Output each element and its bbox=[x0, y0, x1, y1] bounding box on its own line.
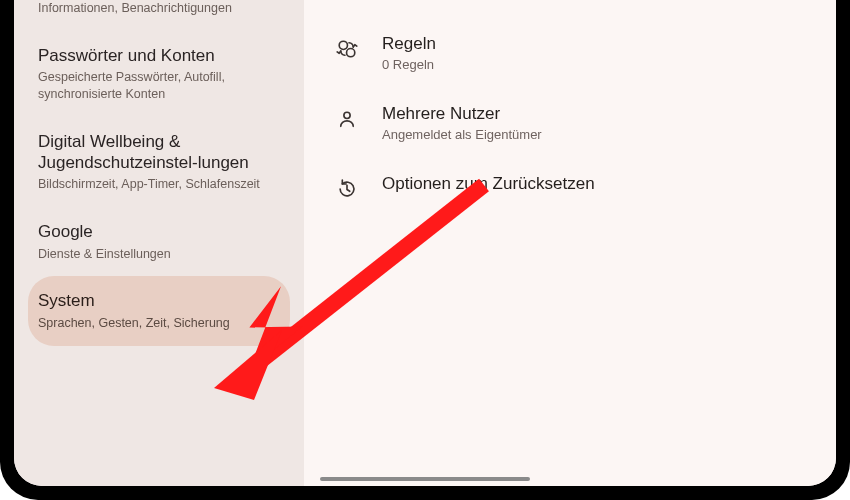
gesture-bar[interactable] bbox=[320, 477, 530, 481]
row-multiple-users[interactable]: Mehrere Nutzer Angemeldet als Eigentümer bbox=[334, 94, 812, 164]
reset-icon bbox=[334, 176, 360, 202]
svg-point-0 bbox=[339, 41, 347, 49]
rules-icon bbox=[334, 36, 360, 62]
sidebar-item-title: Digital Wellbeing & Jugendschutzeinstel-… bbox=[38, 131, 280, 174]
row-sub: Angemeldet als Eigentümer bbox=[382, 127, 542, 142]
settings-detail-panel: Regeln 0 Regeln Mehrere Nutzer Angemelde… bbox=[304, 0, 836, 486]
sidebar-item-sub: Gespeicherte Passwörter, Autofill, synch… bbox=[38, 69, 280, 103]
svg-point-1 bbox=[347, 49, 355, 57]
sidebar-item-apps-partial[interactable]: Informationen, Benachrichtigungen bbox=[28, 0, 290, 31]
row-rules[interactable]: Regeln 0 Regeln bbox=[334, 24, 812, 94]
settings-sidebar: Informationen, Benachrichtigungen Passwö… bbox=[14, 0, 304, 486]
sidebar-item-title: Passwörter und Konten bbox=[38, 45, 280, 66]
sidebar-item-sub: Sprachen, Gesten, Zeit, Sicherung bbox=[38, 315, 280, 332]
row-reset-options[interactable]: Optionen zum Zurücksetzen bbox=[334, 164, 812, 224]
sidebar-item-google[interactable]: Google Dienste & Einstellungen bbox=[28, 207, 290, 276]
svg-point-2 bbox=[344, 112, 350, 118]
screen: Informationen, Benachrichtigungen Passwö… bbox=[14, 0, 836, 486]
sidebar-item-passwords-accounts[interactable]: Passwörter und Konten Gespeicherte Passw… bbox=[28, 31, 290, 117]
row-sub: 0 Regeln bbox=[382, 57, 436, 72]
sidebar-item-title: System bbox=[38, 290, 280, 311]
sidebar-item-sub: Bildschirmzeit, App-Timer, Schlafenszeit bbox=[38, 176, 280, 193]
sidebar-item-system[interactable]: System Sprachen, Gesten, Zeit, Sicherung bbox=[28, 276, 290, 345]
sidebar-item-sub: Dienste & Einstellungen bbox=[38, 246, 280, 263]
tablet-frame: Informationen, Benachrichtigungen Passwö… bbox=[0, 0, 850, 500]
users-icon bbox=[334, 106, 360, 132]
sidebar-item-title: Google bbox=[38, 221, 280, 242]
sidebar-item-sub: Informationen, Benachrichtigungen bbox=[38, 0, 280, 17]
row-title: Regeln bbox=[382, 34, 436, 54]
row-title: Mehrere Nutzer bbox=[382, 104, 542, 124]
row-title: Optionen zum Zurücksetzen bbox=[382, 174, 595, 194]
sidebar-item-digital-wellbeing[interactable]: Digital Wellbeing & Jugendschutzeinstel-… bbox=[28, 117, 290, 207]
